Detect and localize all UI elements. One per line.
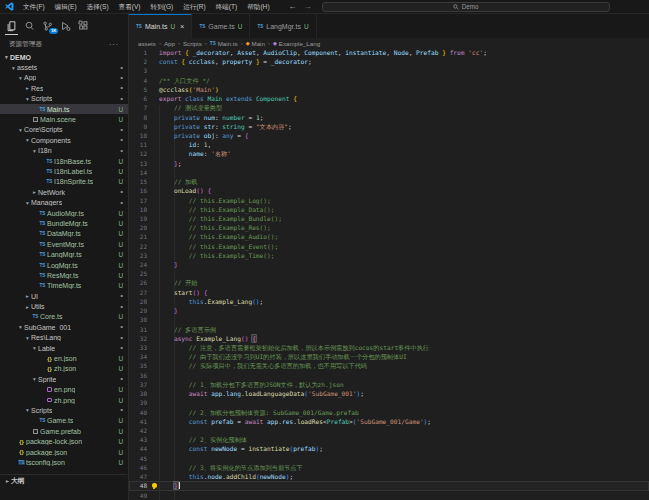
code-line-47[interactable]: 47 this.node.addChild(newNode); bbox=[129, 472, 649, 481]
outline-section[interactable]: ▸ 大纲 bbox=[0, 474, 127, 487]
code-line-9[interactable]: 9 private str: string = "文本内容"; bbox=[129, 122, 649, 131]
tree-item-eventmgr-ts[interactable]: TSEventMgr.tsU bbox=[0, 239, 128, 249]
tree-item-scripts[interactable]: ▾Scripts• bbox=[0, 405, 128, 415]
code-line-17[interactable]: 17 // this.Example_Log(); bbox=[129, 196, 649, 205]
code-line-24[interactable]: 24 } bbox=[129, 260, 649, 269]
run-debug-icon[interactable] bbox=[59, 18, 72, 34]
code-line-41[interactable]: 41 const prefab = await app.res.loadRes<… bbox=[129, 417, 649, 426]
code-line-37[interactable]: 37 // 1、加载分包下多语言的JSON文件，默认为zh.json bbox=[129, 380, 649, 389]
tree-item-i18nbase-ts[interactable]: TSI18nBase.tsU bbox=[0, 156, 128, 166]
code-line-1[interactable]: 1import { _decorator, Asset, AudioClip, … bbox=[129, 48, 649, 57]
code-line-13[interactable]: 13 }; bbox=[129, 159, 649, 168]
code-line-16[interactable]: 16 onLoad() { bbox=[129, 186, 649, 195]
breadcrumb-item-main[interactable]: ◆Main bbox=[246, 40, 265, 47]
code-editor[interactable]: 1import { _decorator, Asset, AudioClip, … bbox=[129, 48, 649, 500]
tree-item-timemgr-ts[interactable]: TSTimeMgr.tsU bbox=[0, 281, 128, 291]
tree-item-bundlemgr-ts[interactable]: TSBundleMgr.tsU bbox=[0, 218, 128, 228]
code-line-14[interactable]: 14 bbox=[129, 168, 649, 177]
menu-file[interactable]: 文件(F) bbox=[18, 0, 50, 13]
search-icon[interactable] bbox=[23, 18, 36, 34]
tree-item-sprite[interactable]: ▾Sprite• bbox=[0, 374, 128, 384]
tree-item-subgame-001[interactable]: ▾SubGame_001• bbox=[0, 322, 128, 332]
tree-item-res-lang[interactable]: ▾Res\Lang• bbox=[0, 333, 128, 343]
tree-item-audiomgr-ts[interactable]: TSAudioMgr.tsU bbox=[0, 208, 128, 218]
tree-item-utils[interactable]: ▸Utils• bbox=[0, 301, 128, 311]
tab-main-ts[interactable]: TSMain.tsU× bbox=[129, 14, 192, 38]
tree-item-res[interactable]: ▸Res• bbox=[0, 83, 128, 93]
menu-selection[interactable]: 选择(S) bbox=[82, 0, 114, 13]
code-line-38[interactable]: 38 await app.lang.loadLanguageData('SubG… bbox=[129, 389, 649, 398]
code-line-30[interactable]: 30 bbox=[129, 315, 649, 324]
code-line-21[interactable]: 21 // this.Example_Audio(); bbox=[129, 232, 649, 241]
tree-item-app[interactable]: ▾App• bbox=[0, 73, 128, 83]
tree-item-main-ts[interactable]: TSMain.tsU bbox=[0, 104, 128, 114]
code-line-4[interactable]: 4/** 入口文件 */ bbox=[129, 76, 649, 85]
tree-item-i18n[interactable]: ▾I18n• bbox=[0, 146, 128, 156]
code-line-18[interactable]: 18 // this.Example_Data(); bbox=[129, 205, 649, 214]
code-line-26[interactable]: 26 // 开始 bbox=[129, 278, 649, 287]
code-line-20[interactable]: 20 // this.Example_Res(); bbox=[129, 223, 649, 232]
tree-item-managers[interactable]: ▾Managers• bbox=[0, 197, 128, 207]
breadcrumb-item-main-ts[interactable]: TSMain.ts bbox=[210, 40, 238, 47]
tree-item-zh-png[interactable]: zh.pngU bbox=[0, 395, 128, 405]
menu-go[interactable]: 转到(G) bbox=[146, 0, 179, 13]
tree-item-main-scene[interactable]: Main.sceneU bbox=[0, 114, 128, 124]
tab-langmgr-ts[interactable]: TSLangMgr.tsU bbox=[250, 14, 316, 38]
code-line-22[interactable]: 22 // this.Example_Event(); bbox=[129, 242, 649, 251]
code-line-6[interactable]: 6export class Main extends Component { bbox=[129, 94, 649, 103]
tree-item-components[interactable]: ▾Components• bbox=[0, 135, 128, 145]
tree-item-en-json[interactable]: {}en.jsonU bbox=[0, 353, 128, 363]
forward-arrow-icon[interactable]: → bbox=[304, 1, 312, 13]
code-line-23[interactable]: 23 // this.Example_Time(); bbox=[129, 251, 649, 260]
back-arrow-icon[interactable]: ← bbox=[289, 1, 297, 13]
code-line-11[interactable]: 11 id: 1, bbox=[129, 140, 649, 149]
tree-item-i18nsprite-ts[interactable]: TSI18nSprite.tsU bbox=[0, 177, 128, 187]
tree-item-datamgr-ts[interactable]: TSDataMgr.tsU bbox=[0, 229, 128, 239]
code-line-49[interactable]: 49 bbox=[129, 491, 649, 500]
code-line-28[interactable]: 28 this.Example_Lang(); bbox=[129, 297, 649, 306]
tree-item-resmgr-ts[interactable]: TSResMgr.tsU bbox=[0, 270, 128, 280]
tree-item-scripts[interactable]: ▾Scripts• bbox=[0, 94, 128, 104]
breadcrumb-item-scripts[interactable]: Scripts bbox=[183, 40, 202, 47]
menu-view[interactable]: 查看(V) bbox=[114, 0, 146, 13]
code-line-7[interactable]: 7 // 测试变量类型 bbox=[129, 103, 649, 112]
code-line-5[interactable]: 5@ccclass('Main') bbox=[129, 85, 649, 94]
more-actions-icon[interactable]: ··· bbox=[109, 41, 119, 48]
code-line-44[interactable]: 44 const newNode = instantiate(prefab); bbox=[129, 444, 649, 453]
code-line-46[interactable]: 46 // 3、将实例化的节点添加到当前节点下 bbox=[129, 463, 649, 472]
tree-item-langmgr-ts[interactable]: TSLangMgr.tsU bbox=[0, 249, 128, 259]
code-line-8[interactable]: 8 private num: number = 1; bbox=[129, 113, 649, 122]
breadcrumb-item-assets[interactable]: assets bbox=[138, 40, 156, 47]
tree-item-en-png[interactable]: en.pngU bbox=[0, 385, 128, 395]
tree-item-game-ts[interactable]: TSGame.tsU bbox=[0, 416, 128, 426]
tree-item-package-json[interactable]: {}package.jsonU bbox=[0, 447, 128, 457]
extensions-icon[interactable] bbox=[77, 18, 90, 34]
tree-item-demo[interactable]: ▾DEMO bbox=[0, 52, 128, 62]
code-line-32[interactable]: 32 async Example_Lang() { bbox=[129, 334, 649, 343]
code-line-25[interactable]: 25 bbox=[129, 269, 649, 278]
code-line-19[interactable]: 19 // this.Example_Bundle(); bbox=[129, 214, 649, 223]
breadcrumb-item-example-lang[interactable]: ◆Example_Lang bbox=[273, 40, 320, 47]
tree-item-tsconfig-json[interactable]: TStsconfig.jsonU bbox=[0, 457, 128, 467]
code-line-45[interactable]: 45 bbox=[129, 454, 649, 463]
tree-item-network[interactable]: ▸NetWork• bbox=[0, 187, 128, 197]
tree-item-logmgr-ts[interactable]: TSLogMgr.tsU bbox=[0, 260, 128, 270]
tree-item-game-prefab[interactable]: Game.prefabU bbox=[0, 426, 128, 436]
code-line-40[interactable]: 40 // 2、加载分包预制体资源: SubGame_001/Game.pref… bbox=[129, 408, 649, 417]
code-line-12[interactable]: 12 name: '名称' bbox=[129, 149, 649, 158]
code-line-2[interactable]: 2const { ccclass, property } = _decorato… bbox=[129, 57, 649, 66]
code-line-39[interactable]: 39 bbox=[129, 398, 649, 407]
code-line-15[interactable]: 15 // 加载 bbox=[129, 177, 649, 186]
code-line-48[interactable]: 48 } bbox=[129, 481, 649, 490]
tree-item-assets[interactable]: ▾assets• bbox=[0, 62, 128, 72]
code-line-34[interactable]: 34 // 由于我们还没学习到UI的封装，所以这里我们手动加载一个分包的预制体U… bbox=[129, 352, 649, 361]
close-icon[interactable]: × bbox=[180, 22, 184, 31]
tree-item-zh-json[interactable]: {}zh.jsonU bbox=[0, 364, 128, 374]
code-line-35[interactable]: 35 // 实际项目中，我们无需关心多语言的加载，也不用写以下代码 bbox=[129, 361, 649, 370]
explorer-icon[interactable] bbox=[5, 18, 18, 34]
code-line-3[interactable]: 3 bbox=[129, 66, 649, 75]
code-line-29[interactable]: 29 } bbox=[129, 306, 649, 315]
tree-item-core-scripts[interactable]: ▾Core\Scripts• bbox=[0, 125, 128, 135]
tree-item-ui[interactable]: ▸UI• bbox=[0, 291, 128, 301]
tab-game-ts[interactable]: TSGame.tsU bbox=[192, 14, 250, 38]
